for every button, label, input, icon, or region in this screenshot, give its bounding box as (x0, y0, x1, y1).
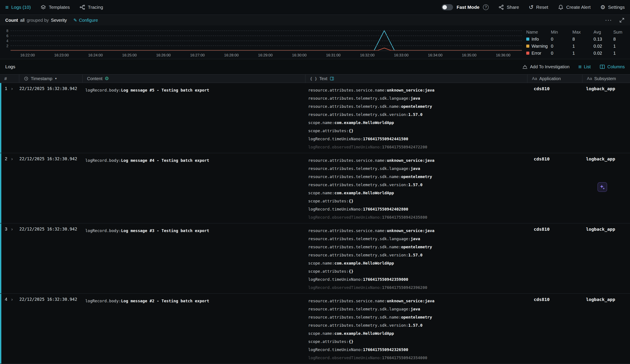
log-timestamp: 22/12/2025 16:32:30.942 (19, 83, 83, 153)
tab-logs[interactable]: ≡ Logs (10) (5, 4, 31, 10)
legend-header-name: Name (526, 30, 551, 35)
log-text-line: scope.name:com.example.HelloWorldApp (308, 329, 528, 338)
tab-tracing[interactable]: Tracing (80, 4, 103, 10)
fast-mode-toggle[interactable] (442, 4, 453, 10)
content-settings-icon[interactable]: ⚙ (105, 76, 109, 81)
columns-view-button[interactable]: Columns (600, 64, 625, 70)
expand-chevron-icon[interactable]: › (11, 86, 13, 153)
gridline (10, 30, 522, 31)
sort-desc-icon[interactable]: ▼ (54, 77, 57, 80)
legend-row[interactable]: Error010.021 (526, 50, 626, 57)
more-options-icon[interactable]: ··· (606, 18, 612, 23)
chart-scope: all (20, 18, 24, 23)
tab-tracing-label: Tracing (88, 4, 103, 10)
add-to-investigation-button[interactable]: Add To Investigation (522, 64, 570, 70)
list-view-button[interactable]: ≡ List (578, 64, 591, 70)
x-axis-label: 16:32:00 (360, 53, 374, 57)
log-timestamp: 22/12/2025 16:32:30.942 (19, 294, 83, 364)
text-value: 1766417550942402800 (363, 207, 408, 211)
log-text-line: logRecord.observedTimeUnixNano:176641755… (308, 213, 528, 221)
text-key: resource.attributes.telemetry.sdk.versio… (308, 253, 408, 257)
legend-min: 0 (551, 37, 572, 42)
share-button[interactable]: Share (498, 4, 519, 10)
log-text-line: scope.attributes:{} (308, 197, 528, 205)
log-text-line: scope.name:com.example.HelloWorldApp (308, 119, 528, 127)
x-axis-label: 16:27:00 (190, 53, 205, 57)
settings-label: Settings (608, 4, 625, 10)
pencil-icon: ✎ (74, 17, 77, 23)
col-header-application[interactable]: Aa Application (528, 75, 582, 83)
text-value: opentelemetry (401, 245, 432, 249)
text-value: unknown_service:java (387, 228, 434, 233)
legend-min: 0 (551, 51, 572, 56)
col-header-content[interactable]: Content ⚙ (83, 75, 306, 83)
text-key: scope.name: (308, 120, 334, 125)
add-to-investigation-label: Add To Investigation (530, 64, 570, 69)
x-axis-label: 16:29:00 (258, 53, 272, 57)
log-text-line: resource.attributes.telemetry.sdk.versio… (308, 181, 528, 189)
x-axis-label: 16:31:00 (326, 53, 340, 57)
log-text-line: resource.attributes.telemetry.sdk.langua… (308, 305, 528, 313)
log-text-line: resource.attributes.telemetry.sdk.name:o… (308, 313, 528, 321)
log-content-line: logRecord.body:Log message #2 - Testing … (85, 297, 306, 305)
text-key: logRecord.observedTimeUnixNano: (308, 145, 382, 149)
x-axis-label: 16:33:00 (394, 53, 408, 57)
text-value: com.example.HelloWorldApp (334, 331, 394, 336)
log-timestamp: 22/12/2025 16:32:30.942 (19, 223, 83, 293)
log-text-line: logRecord.observedTimeUnixNano:176641755… (308, 283, 528, 292)
legend-row[interactable]: Warning010.021 (526, 43, 626, 50)
string-type-icon: Aa (587, 76, 592, 81)
log-row[interactable]: 1 › 22/12/2025 16:32:30.942 logRecord.bo… (0, 83, 630, 153)
tab-templates[interactable]: Templates (40, 4, 70, 10)
settings-button[interactable]: ⚙ Settings (600, 4, 625, 10)
text-key: resource.attributes.telemetry.sdk.langua… (308, 307, 410, 311)
subsystem-header-label: Subsystem (594, 76, 616, 81)
expand-chevron-icon[interactable]: › (11, 156, 13, 223)
legend-sum: 1 (613, 51, 626, 56)
x-axis-label: 16:30:00 (292, 53, 307, 57)
log-row[interactable]: 4 › 22/12/2025 16:32:30.942 logRecord.bo… (0, 294, 630, 364)
x-axis-label: 16:35:00 (462, 53, 476, 57)
text-value: java (410, 236, 420, 241)
logs-title: Logs (5, 64, 16, 69)
y-axis-label: 8 (6, 29, 8, 33)
gridline (10, 35, 522, 36)
legend-max: 8 (572, 37, 594, 42)
text-key: resource.attributes.telemetry.sdk.name: (308, 174, 401, 179)
templates-icon (40, 4, 46, 10)
col-header-subsystem[interactable]: Aa Subsystem (582, 75, 630, 83)
text-key: logRecord.timeUnixNano: (308, 137, 363, 141)
log-row[interactable]: 3 › 22/12/2025 16:32:30.942 logRecord.bo… (0, 223, 630, 294)
legend-header-avg: Avg (594, 30, 613, 35)
chart-header: Count all grouped by Severity ✎ Configur… (0, 15, 630, 25)
text-column-icon[interactable] (330, 76, 334, 81)
chart-lines (10, 28, 522, 50)
log-row[interactable]: 2 › 22/12/2025 16:32:30.942 logRecord.bo… (0, 153, 630, 223)
legend-header-sum: Sum (613, 30, 626, 35)
log-text-line: logRecord.timeUnixNano:17664175509424415… (308, 135, 528, 143)
expand-chevron-icon[interactable]: › (11, 227, 13, 293)
log-text-line: logRecord.observedTimeUnixNano:176641755… (308, 354, 528, 362)
chart-metric: Count (5, 18, 18, 23)
help-icon[interactable]: ? (483, 4, 489, 10)
create-alert-button[interactable]: Create Alert (558, 4, 591, 10)
expand-icon[interactable] (619, 17, 625, 23)
legend-name: Warning (526, 44, 551, 49)
content-value: Log message #5 - Testing batch export (121, 88, 209, 92)
expand-chevron-icon[interactable]: › (11, 297, 13, 364)
legend-avg: 0.13 (594, 37, 613, 42)
log-subsystem: logback_app (582, 83, 630, 153)
log-subsystem: logback_app (582, 223, 630, 293)
col-header-timestamp[interactable]: Timestamp ▼ (19, 75, 83, 83)
col-header-text[interactable]: { } Text (306, 75, 528, 83)
ai-assist-button[interactable] (598, 182, 607, 192)
log-text-line: resource.attributes.service.name:unknown… (308, 156, 528, 165)
text-value: java (410, 166, 420, 171)
text-value: 1766417550942435800 (382, 215, 427, 219)
log-text-line: resource.attributes.telemetry.sdk.name:o… (308, 173, 528, 181)
text-value: opentelemetry (401, 315, 432, 319)
configure-button[interactable]: ✎ Configure (74, 17, 98, 23)
legend-row[interactable]: Info080.138 (526, 35, 626, 43)
text-value: 1.57.0 (408, 323, 422, 328)
reset-button[interactable]: ↺ Reset (529, 4, 548, 10)
